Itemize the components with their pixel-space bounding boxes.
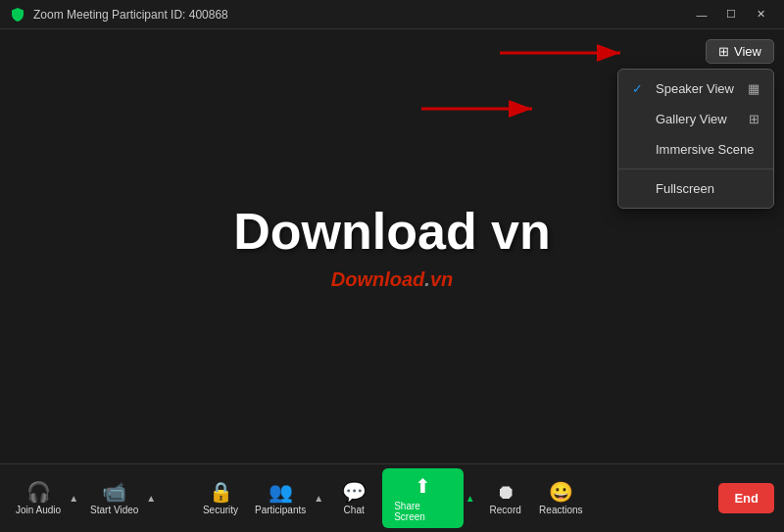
share-screen-icon: ⬆ — [415, 474, 431, 498]
toolbar-left: 🎧 Join Audio ▲ 📹 Start Video ▲ — [10, 478, 158, 519]
arrow-to-gallery — [416, 94, 544, 123]
end-button[interactable]: End — [718, 483, 774, 513]
view-button-label: View — [734, 44, 761, 59]
chat-icon: 💬 — [342, 482, 367, 502]
arrow-to-view — [495, 33, 632, 73]
reactions-label: Reactions — [539, 505, 582, 515]
record-icon: ⏺ — [496, 482, 515, 502]
title-text: Zoom Meeting Participant ID: 400868 — [33, 8, 228, 22]
view-grid-icon: ⊞ — [718, 44, 729, 59]
join-audio-button[interactable]: 🎧 Join Audio — [10, 478, 67, 519]
gallery-view-label: Gallery View — [656, 112, 727, 126]
speaker-view-label: Speaker View — [656, 81, 734, 96]
start-video-icon: 📹 — [102, 482, 126, 502]
watermark-text: Download — [331, 268, 425, 290]
share-screen-button[interactable]: ⬆ Share Screen — [382, 468, 464, 528]
fullscreen-label: Fullscreen — [656, 181, 714, 196]
dropdown-divider — [618, 169, 773, 169]
share-screen-caret[interactable]: ▲ — [464, 479, 477, 518]
main-title: Download vn — [233, 202, 551, 261]
speaker-view-check: ✓ — [632, 81, 648, 96]
reactions-button[interactable]: 😀 Reactions — [534, 478, 588, 519]
start-video-group: 📹 Start Video ▲ — [84, 478, 158, 519]
participants-button[interactable]: 👥 Participants — [249, 478, 312, 519]
toolbar-right: End — [718, 483, 774, 513]
meeting-area: ⊞ View ✓ Speaker View ▦ ✓ Gallery View ⊞… — [0, 29, 784, 463]
shield-icon — [10, 7, 25, 23]
watermark: Download.vn — [233, 268, 551, 291]
start-video-caret[interactable]: ▲ — [144, 479, 158, 518]
security-label: Security — [203, 505, 238, 515]
toolbar-center: 🔒 Security 👥 Participants ▲ 💬 Chat ⬆ Sha… — [196, 468, 588, 528]
security-button[interactable]: 🔒 Security — [196, 478, 245, 519]
fullscreen-item[interactable]: ✓ Fullscreen — [618, 173, 773, 204]
chat-label: Chat — [344, 505, 365, 515]
main-content: Download vn Download.vn — [233, 202, 551, 291]
join-audio-group: 🎧 Join Audio ▲ — [10, 478, 80, 519]
view-button[interactable]: ⊞ View — [706, 39, 774, 64]
close-button[interactable]: ✕ — [747, 5, 774, 24]
view-dropdown: ✓ Speaker View ▦ ✓ Gallery View ⊞ ✓ Imme… — [617, 69, 774, 209]
participants-caret[interactable]: ▲ — [312, 479, 325, 518]
security-icon: 🔒 — [209, 482, 233, 502]
speaker-view-item[interactable]: ✓ Speaker View ▦ — [618, 73, 773, 104]
join-audio-icon: 🎧 — [26, 482, 51, 502]
record-label: Record — [490, 505, 521, 515]
participants-group: 👥 Participants ▲ — [249, 478, 325, 519]
gallery-view-icon: ⊞ — [749, 112, 760, 126]
start-video-button[interactable]: 📹 Start Video — [84, 478, 144, 519]
title-bar-controls: — ☐ ✕ — [688, 5, 774, 24]
chat-button[interactable]: 💬 Chat — [329, 478, 378, 519]
reactions-icon: 😀 — [549, 482, 573, 502]
maximize-button[interactable]: ☐ — [717, 5, 745, 24]
participants-icon: 👥 — [269, 482, 293, 502]
join-audio-label: Join Audio — [16, 505, 61, 515]
title-bar: Zoom Meeting Participant ID: 400868 — ☐ … — [0, 0, 784, 29]
minimize-button[interactable]: — — [688, 5, 715, 24]
record-button[interactable]: ⏺ Record — [481, 478, 530, 519]
gallery-view-item[interactable]: ✓ Gallery View ⊞ — [618, 104, 773, 134]
title-bar-left: Zoom Meeting Participant ID: 400868 — [10, 7, 228, 23]
share-screen-group: ⬆ Share Screen ▲ — [382, 468, 477, 528]
start-video-label: Start Video — [90, 505, 138, 515]
immersive-label: Immersive Scene — [656, 142, 754, 157]
speaker-view-icon: ▦ — [748, 81, 760, 96]
immersive-scene-item[interactable]: ✓ Immersive Scene — [618, 134, 773, 165]
share-screen-label: Share Screen — [394, 501, 452, 522]
toolbar: 🎧 Join Audio ▲ 📹 Start Video ▲ 🔒 Securit… — [0, 463, 784, 532]
participants-label: Participants — [255, 505, 306, 515]
join-audio-caret[interactable]: ▲ — [67, 479, 80, 518]
